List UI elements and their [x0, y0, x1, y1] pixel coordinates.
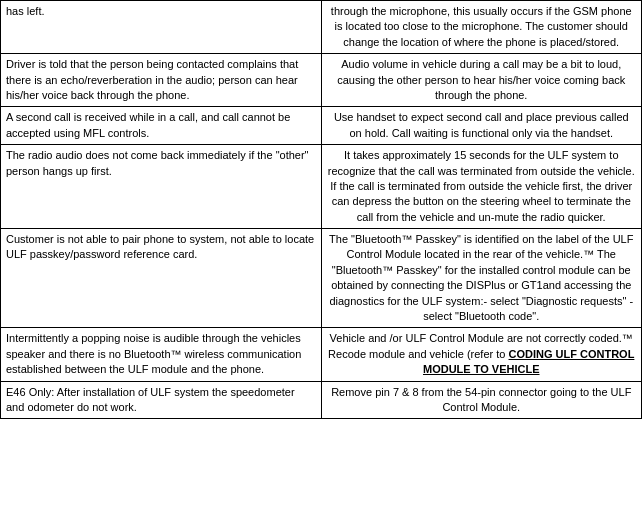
- right-cell: Use handset to expect second call and pl…: [321, 107, 642, 145]
- right-cell: Remove pin 7 & 8 from the 54-pin connect…: [321, 381, 642, 419]
- troubleshooting-table: has left.through the microphone, this us…: [0, 0, 642, 419]
- right-cell: through the microphone, this usually occ…: [321, 1, 642, 54]
- left-cell: Intermittently a popping noise is audibl…: [1, 328, 322, 381]
- right-cell: The "Bluetooth™ Passkey" is identified o…: [321, 229, 642, 328]
- left-cell: has left.: [1, 1, 322, 54]
- right-cell: Audio volume in vehicle during a call ma…: [321, 54, 642, 107]
- table-row: The radio audio does not come back immed…: [1, 145, 642, 229]
- left-cell: The radio audio does not come back immed…: [1, 145, 322, 229]
- right-cell: It takes approximately 15 seconds for th…: [321, 145, 642, 229]
- left-cell: E46 Only: After installation of ULF syst…: [1, 381, 322, 419]
- table-row: Intermittently a popping noise is audibl…: [1, 328, 642, 381]
- table-row: E46 Only: After installation of ULF syst…: [1, 381, 642, 419]
- table-row: has left.through the microphone, this us…: [1, 1, 642, 54]
- left-cell: A second call is received while in a cal…: [1, 107, 322, 145]
- table-row: Customer is not able to pair phone to sy…: [1, 229, 642, 328]
- table-row: A second call is received while in a cal…: [1, 107, 642, 145]
- left-cell: Customer is not able to pair phone to sy…: [1, 229, 322, 328]
- left-cell: Driver is told that the person being con…: [1, 54, 322, 107]
- table-row: Driver is told that the person being con…: [1, 54, 642, 107]
- right-cell: Vehicle and /or ULF Control Module are n…: [321, 328, 642, 381]
